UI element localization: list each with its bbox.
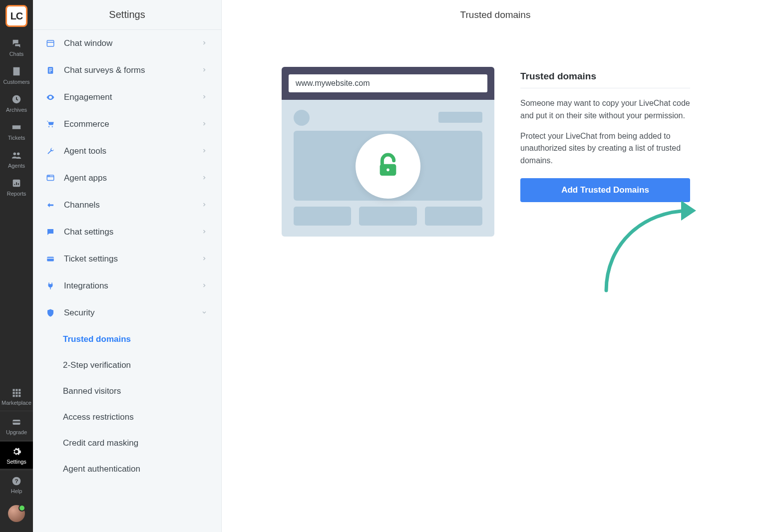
settings-row-security[interactable]: Security (33, 299, 221, 326)
svg-rect-21 (49, 70, 52, 71)
chevron-right-icon (201, 174, 207, 183)
sub-banned[interactable]: Banned visitors (33, 378, 221, 404)
svg-rect-6 (18, 389, 20, 391)
content-heading: Trusted domains (520, 71, 690, 88)
chevron-right-icon (201, 228, 207, 237)
settings-label: Ecommerce (64, 119, 201, 129)
tickets-icon (11, 122, 22, 133)
rail-item-chats[interactable]: Chats (0, 33, 33, 61)
lock-icon (374, 151, 402, 181)
plug-icon (44, 281, 57, 290)
chevron-right-icon (201, 39, 207, 48)
rail-item-help[interactable]: ? Help (0, 471, 33, 498)
chat-icon (44, 228, 57, 237)
nav-rail: LC Chats Customers Archives Tickets Agen… (0, 0, 33, 532)
settings-label: Agent apps (64, 173, 201, 183)
svg-point-26 (49, 176, 49, 176)
svg-rect-8 (15, 392, 17, 394)
settings-label: Agent tools (64, 146, 201, 156)
chevron-right-icon (201, 255, 207, 264)
sub-agent-auth[interactable]: Agent authentication (33, 456, 221, 482)
content-para1: Someone may want to copy your LiveChat c… (520, 97, 690, 122)
svg-rect-4 (13, 389, 15, 391)
svg-rect-20 (49, 68, 52, 69)
settings-title: Settings (33, 0, 221, 30)
settings-label: Engagement (64, 92, 201, 102)
rail-item-agents[interactable]: Agents (0, 145, 33, 173)
chevron-right-icon (201, 120, 207, 129)
chevron-right-icon (201, 93, 207, 102)
upgrade-icon (11, 417, 21, 427)
svg-point-25 (48, 176, 48, 176)
settings-row-chat-settings[interactable]: Chat settings (33, 219, 221, 246)
illustration-url: www.mywebsite.com (289, 74, 487, 92)
rail-item-upgrade[interactable]: Upgrade (0, 412, 33, 439)
illustration: www.mywebsite.com (282, 67, 494, 237)
content-column: Trusted domains Someone may want to copy… (520, 67, 690, 532)
rail-item-marketplace[interactable]: Marketplace (0, 383, 33, 410)
chevron-right-icon (201, 147, 207, 156)
content-para2: Protect your LiveChat from being added t… (520, 130, 690, 167)
sub-trusted-domains[interactable]: Trusted domains (33, 326, 221, 352)
settings-label: Security (64, 308, 201, 318)
svg-rect-17 (47, 40, 54, 46)
reports-icon (11, 178, 22, 189)
settings-label: Integrations (64, 281, 201, 291)
customers-icon (11, 66, 22, 77)
settings-label: Channels (64, 200, 201, 210)
settings-row-chat-window[interactable]: Chat window (33, 30, 221, 57)
help-icon: ? (11, 476, 21, 486)
settings-row-channels[interactable]: Channels (33, 192, 221, 219)
settings-row-surveys[interactable]: Chat surveys & forms (33, 57, 221, 84)
svg-rect-5 (15, 389, 17, 391)
rail-item-reports[interactable]: Reports (0, 173, 33, 201)
chevron-right-icon (201, 201, 207, 210)
rail-label: Customers (3, 79, 29, 85)
settings-row-engagement[interactable]: Engagement (33, 84, 221, 111)
chevron-down-icon (201, 308, 207, 317)
settings-label: Chat surveys & forms (64, 65, 201, 75)
rail-item-settings[interactable]: Settings (0, 442, 33, 469)
settings-row-ticket-settings[interactable]: Ticket settings (33, 246, 221, 272)
apps-icon (44, 174, 57, 183)
rail-item-archives[interactable]: Archives (0, 89, 33, 117)
rail-item-customers[interactable]: Customers (0, 61, 33, 89)
window-icon (44, 39, 57, 48)
agents-icon (11, 150, 22, 161)
user-avatar[interactable] (8, 505, 25, 522)
settings-label: Chat window (64, 38, 201, 48)
svg-rect-22 (49, 71, 51, 72)
rail-label: Tickets (8, 135, 25, 141)
sub-2step[interactable]: 2-Step verification (33, 352, 221, 378)
chevron-right-icon (201, 66, 207, 75)
settings-label: Ticket settings (64, 254, 201, 264)
sub-access[interactable]: Access restrictions (33, 404, 221, 430)
sub-ccmask[interactable]: Credit card masking (33, 430, 221, 456)
gear-icon (11, 447, 21, 457)
rail-label: Marketplace (1, 400, 31, 406)
settings-row-agent-apps[interactable]: Agent apps (33, 165, 221, 192)
svg-rect-11 (15, 395, 17, 397)
wrench-icon (44, 147, 57, 156)
svg-rect-27 (47, 257, 54, 262)
svg-rect-10 (13, 395, 15, 397)
app-logo[interactable]: LC (5, 5, 27, 27)
channels-icon (44, 201, 57, 210)
rail-label: Archives (6, 107, 27, 113)
svg-rect-12 (18, 395, 20, 397)
archives-icon (11, 94, 22, 105)
settings-row-agent-tools[interactable]: Agent tools (33, 138, 221, 165)
svg-point-2 (17, 153, 19, 156)
add-trusted-domains-button[interactable]: Add Trusted Domains (520, 178, 690, 202)
settings-row-integrations[interactable]: Integrations (33, 272, 221, 299)
rail-label: Chats (9, 51, 24, 57)
cart-icon (44, 120, 57, 129)
rail-label: Agents (8, 163, 25, 169)
marketplace-icon (11, 388, 21, 398)
settings-row-ecommerce[interactable]: Ecommerce (33, 111, 221, 138)
rail-label: Upgrade (6, 429, 27, 435)
rail-item-tickets[interactable]: Tickets (0, 117, 33, 145)
logo-text: LC (10, 10, 23, 22)
ticket-icon (44, 255, 57, 264)
forms-icon (44, 66, 57, 75)
